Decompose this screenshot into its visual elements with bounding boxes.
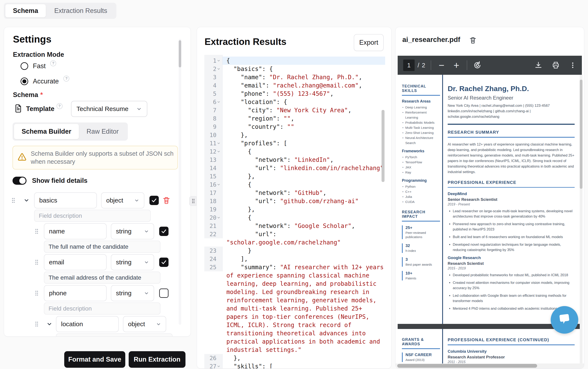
field-type-select[interactable]: string xyxy=(111,285,154,301)
panel-resize-grip[interactable] xyxy=(189,196,197,206)
run-extraction-button[interactable]: Run Extraction xyxy=(129,351,186,368)
field-description-input[interactable]: Field description xyxy=(34,210,151,222)
fold-toggle[interactable] xyxy=(216,216,221,219)
code-gutter[interactable]: 27 xyxy=(204,362,222,369)
field-required-checkbox[interactable] xyxy=(149,196,159,205)
fold-chevron-icon[interactable] xyxy=(217,183,220,186)
code-line[interactable]: 22 "url": "scholar.google.com/rachelzhan… xyxy=(204,230,385,246)
zoom-in-icon[interactable]: + xyxy=(452,60,461,70)
code-gutter[interactable]: 7 xyxy=(204,106,222,114)
code-gutter[interactable]: 2 xyxy=(204,65,222,73)
json-code-editor[interactable]: 1{2 "basics": {3 "name": "Dr. Rachel Zha… xyxy=(204,55,385,367)
field-type-select[interactable]: string xyxy=(111,254,154,270)
code-line[interactable]: 18 "url": "github.com/rzhang-ai" xyxy=(204,197,385,205)
code-line[interactable]: 19 }, xyxy=(204,205,385,214)
fold-toggle[interactable] xyxy=(216,59,221,62)
fold-chevron-icon[interactable] xyxy=(217,142,220,145)
radio-accurate-circle[interactable] xyxy=(21,78,28,85)
radio-accurate[interactable]: Accurate ? xyxy=(21,78,69,85)
fold-toggle[interactable] xyxy=(216,142,221,145)
field-delete-button[interactable] xyxy=(163,196,170,205)
code-gutter[interactable]: 15 xyxy=(204,172,222,181)
code-line[interactable]: 24 ], xyxy=(204,255,385,263)
code-gutter[interactable]: 1 xyxy=(204,57,222,65)
fold-toggle[interactable] xyxy=(216,365,221,368)
field-description-input[interactable]: Field description xyxy=(56,333,173,337)
field-type-select[interactable]: object xyxy=(101,192,144,208)
fold-chevron-icon[interactable] xyxy=(217,365,220,368)
code-gutter[interactable]: 21 xyxy=(204,222,222,230)
help-icon[interactable]: ? xyxy=(50,60,56,66)
code-line[interactable]: 11 "profiles": [ xyxy=(204,139,385,147)
field-drag-handle[interactable] xyxy=(34,290,39,296)
code-gutter[interactable]: 20 xyxy=(204,214,222,222)
code-line[interactable]: 25 "summary": "AI researcher with 12+ ye… xyxy=(204,263,385,354)
code-line[interactable]: 12 { xyxy=(204,147,385,156)
pdf-hscrollbar-thumb[interactable] xyxy=(397,364,537,368)
fold-chevron-icon[interactable] xyxy=(217,216,220,219)
template-select[interactable]: Technical Resume xyxy=(71,101,147,117)
export-button[interactable]: Export xyxy=(354,34,384,51)
fold-toggle[interactable] xyxy=(216,183,221,186)
print-icon[interactable] xyxy=(552,61,560,69)
code-gutter[interactable]: 17 xyxy=(204,189,222,197)
code-line[interactable]: 26 }, xyxy=(204,354,385,362)
field-name-input[interactable]: phone xyxy=(44,285,107,301)
code-gutter[interactable]: 6 xyxy=(204,98,222,106)
code-line[interactable]: 1{ xyxy=(204,57,385,65)
code-line[interactable]: 20 { xyxy=(204,214,385,222)
code-gutter[interactable]: 25 xyxy=(204,263,222,271)
field-name-input[interactable]: basics xyxy=(34,192,97,208)
download-icon[interactable] xyxy=(534,61,542,69)
code-line[interactable]: 8 "region": "", xyxy=(204,114,385,123)
code-gutter[interactable]: 4 xyxy=(204,81,222,90)
field-expand-chevron[interactable] xyxy=(46,321,52,327)
code-line[interactable]: 6 "location": { xyxy=(204,98,385,106)
code-gutter[interactable]: 24 xyxy=(204,255,222,263)
field-description-input[interactable]: The email address of the candidate xyxy=(44,272,160,284)
chat-button[interactable] xyxy=(551,306,578,334)
code-gutter[interactable]: 14 xyxy=(204,164,222,172)
code-gutter[interactable]: 5 xyxy=(204,90,222,98)
fold-chevron-icon[interactable] xyxy=(217,100,220,104)
field-required-checkbox[interactable] xyxy=(159,227,168,236)
tab-schema[interactable]: Schema xyxy=(5,4,46,17)
fold-toggle[interactable] xyxy=(216,150,221,153)
code-gutter[interactable]: 8 xyxy=(204,114,222,123)
code-gutter[interactable]: 11 xyxy=(204,139,222,147)
radio-fast-circle[interactable] xyxy=(21,62,28,70)
radio-fast[interactable]: Fast ? xyxy=(21,62,56,70)
format-and-save-button[interactable]: Format and Save xyxy=(64,351,125,368)
field-drag-handle[interactable] xyxy=(34,228,39,234)
field-drag-handle[interactable] xyxy=(11,197,16,203)
show-field-details-toggle[interactable] xyxy=(12,177,27,185)
code-line[interactable]: 27 "skills": [ xyxy=(204,362,385,369)
code-line[interactable]: 21 "network": "Google Scholar", xyxy=(204,222,385,230)
field-description-input[interactable]: Field description xyxy=(44,302,160,315)
code-line[interactable]: 23 } xyxy=(204,246,385,255)
tab-extraction-results[interactable]: Extraction Results xyxy=(47,4,115,17)
zoom-out-icon[interactable]: − xyxy=(437,60,446,70)
code-line[interactable]: 13 "network": "LinkedIn", xyxy=(204,156,385,164)
help-icon[interactable]: ? xyxy=(63,76,69,82)
pdf-scrollbar-thumb[interactable] xyxy=(580,80,582,189)
code-gutter[interactable]: 19 xyxy=(204,205,222,214)
code-gutter[interactable]: 3 xyxy=(204,73,222,81)
fold-toggle[interactable] xyxy=(216,67,221,71)
field-name-input[interactable]: name xyxy=(44,223,107,239)
field-required-checkbox[interactable] xyxy=(159,257,168,267)
field-drag-handle[interactable] xyxy=(34,259,39,265)
code-line[interactable]: 2 "basics": { xyxy=(204,65,385,73)
field-drag-handle[interactable] xyxy=(34,321,39,327)
fold-toggle[interactable] xyxy=(216,100,221,104)
code-line[interactable]: 3 "name": "Dr. Rachel Zhang, Ph.D.", xyxy=(204,73,385,81)
code-line[interactable]: 15 }, xyxy=(204,172,385,181)
code-line[interactable]: 14 "url": "linkedin.com/in/rachelzhang" xyxy=(204,164,385,172)
code-line[interactable]: 10 }, xyxy=(204,131,385,139)
code-gutter[interactable]: 13 xyxy=(204,156,222,164)
fold-chevron-icon[interactable] xyxy=(217,67,220,71)
pdf-page-input[interactable]: 1 xyxy=(403,60,415,71)
more-options-icon[interactable] xyxy=(569,61,576,69)
field-description-input[interactable]: The full name of the candidate xyxy=(44,241,160,253)
code-gutter[interactable]: 26 xyxy=(204,354,222,362)
